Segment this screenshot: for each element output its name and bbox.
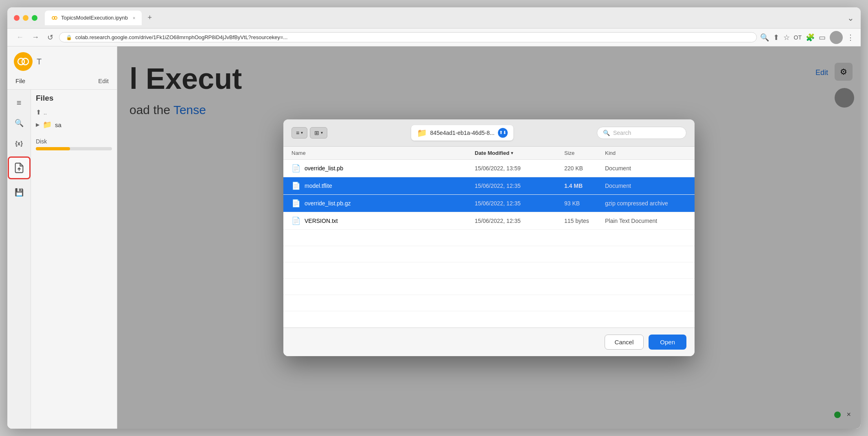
file-date-2: 15/06/2022, 12:35 xyxy=(475,200,564,207)
upload-icon xyxy=(13,162,25,174)
menu-file[interactable]: File xyxy=(12,76,28,86)
maximize-button[interactable] xyxy=(32,15,37,21)
grid-icon: ⊞ xyxy=(314,130,319,136)
disk-fill xyxy=(36,147,70,150)
user-avatar[interactable] xyxy=(830,31,843,44)
browser-nav: ← → ↺ 🔒 colab.research.google.com/drive/… xyxy=(7,29,861,46)
file-icon-2: 📄 xyxy=(292,199,300,208)
search-box[interactable]: 🔍 Search xyxy=(597,127,686,139)
file-row-2[interactable]: 📄 override_list.pb.gz 15/06/2022, 12:35 … xyxy=(283,195,695,212)
more-options-icon[interactable]: ⋮ xyxy=(847,33,854,42)
file-name-cell-1: 📄 model.tflite xyxy=(292,181,475,190)
disk-label: Disk xyxy=(36,138,112,145)
sort-arrow-icon: ▾ xyxy=(511,151,513,155)
sidebar-icon[interactable]: ▭ xyxy=(819,33,826,42)
file-kind-0: Document xyxy=(605,165,686,172)
col-size-header: Size xyxy=(564,150,605,156)
variables-icon[interactable]: {x} xyxy=(10,134,28,152)
new-tab-button[interactable]: + xyxy=(144,13,155,22)
back-button[interactable]: ← xyxy=(14,31,26,43)
file-picker-dialog: ≡ ▾ ⊞ ▾ 📁 845e4ad1- xyxy=(283,119,695,356)
folder-path-display: 📁 845e4ad1-eb1a-46d5-8... ⬆⬇ xyxy=(411,125,513,141)
profile-text: OT xyxy=(794,34,802,41)
list-icon: ≡ xyxy=(296,130,299,136)
search-icon[interactable]: 🔍 xyxy=(10,114,28,132)
traffic-lights xyxy=(14,15,37,21)
forward-button[interactable]: → xyxy=(29,31,42,43)
edit-label[interactable]: Edit xyxy=(95,76,112,86)
empty-row-3 xyxy=(283,262,695,279)
dialog-footer: Cancel Open xyxy=(283,328,695,356)
colab-tab-icon xyxy=(51,15,58,21)
file-row-3[interactable]: 📄 VERSION.txt 15/06/2022, 12:35 115 byte… xyxy=(283,212,695,230)
file-size-0: 220 KB xyxy=(564,165,605,172)
folder-path-name: 845e4ad1-eb1a-46d5-8... xyxy=(430,130,495,136)
file-row-1[interactable]: 📄 model.tflite 15/06/2022, 12:35 1.4 MB … xyxy=(283,177,695,195)
col-date-header[interactable]: Date Modified ▾ xyxy=(475,150,564,156)
file-name-cell-0: 📄 override_list.pb xyxy=(292,164,475,173)
file-row-0[interactable]: 📄 override_list.pb 15/06/2022, 13:59 220… xyxy=(283,160,695,177)
search-icon: 🔍 xyxy=(603,130,610,136)
address-text: colab.research.google.com/drive/1Fk1iZO6… xyxy=(75,34,750,40)
drive-letter: T xyxy=(37,57,42,66)
file-icon-0: 📄 xyxy=(292,164,300,173)
file-name-1: model.tflite xyxy=(305,183,332,189)
grid-view-button[interactable]: ⊞ ▾ xyxy=(310,127,327,139)
upload-dots: .. xyxy=(44,109,47,116)
file-date-1: 15/06/2022, 12:35 xyxy=(475,183,564,189)
zoom-icon[interactable]: 🔍 xyxy=(760,33,769,42)
file-list-header: Name Date Modified ▾ Size Kind xyxy=(283,147,695,160)
list-view-button[interactable]: ≡ ▾ xyxy=(292,127,307,139)
empty-row-1 xyxy=(283,230,695,246)
disk-progress-bar xyxy=(36,147,112,150)
file-date-0: 15/06/2022, 13:59 xyxy=(475,165,564,172)
folder-row[interactable]: ▶ 📁 sa xyxy=(36,118,112,132)
address-bar[interactable]: 🔒 colab.research.google.com/drive/1Fk1iZ… xyxy=(59,32,757,42)
svg-point-3 xyxy=(22,58,28,65)
open-button[interactable]: Open xyxy=(649,335,686,350)
minimize-button[interactable] xyxy=(23,15,28,21)
disk-icon[interactable]: 💾 xyxy=(10,183,28,201)
file-name-cell-3: 📄 VERSION.txt xyxy=(292,216,475,225)
empty-row-6 xyxy=(283,311,695,328)
disk-section: Disk xyxy=(36,138,112,150)
empty-row-2 xyxy=(283,246,695,262)
col-name-header: Name xyxy=(292,150,475,156)
close-button[interactable] xyxy=(14,15,20,21)
browser-minimize-icon: ⌄ xyxy=(847,13,854,23)
empty-row-5 xyxy=(283,295,695,311)
active-tab[interactable]: TopicsModelExecution.ipynb × xyxy=(45,11,142,25)
lock-icon: 🔒 xyxy=(66,35,72,40)
icon-column: ≡ 🔍 {x} 💾 xyxy=(7,90,31,429)
reload-button[interactable]: ↺ xyxy=(45,31,56,44)
sidebar-menu-icon[interactable]: ≡ xyxy=(10,94,28,112)
empty-row-4 xyxy=(283,279,695,295)
folder-nav-arrows[interactable]: ⬆⬇ xyxy=(498,128,508,138)
browser-titlebar: TopicsModelExecution.ipynb × + ⌄ xyxy=(7,7,861,29)
tab-close-button[interactable]: × xyxy=(133,15,135,20)
file-size-2: 93 KB xyxy=(564,200,605,207)
bookmark-icon[interactable]: ☆ xyxy=(783,33,790,42)
file-name-3: VERSION.txt xyxy=(305,218,338,224)
share-icon[interactable]: ⬆ xyxy=(773,33,779,42)
file-name-cell-2: 📄 override_list.pb.gz xyxy=(292,199,475,208)
grid-dropdown-arrow: ▾ xyxy=(321,130,323,135)
extensions-icon[interactable]: 🧩 xyxy=(806,33,815,42)
files-panel: Files ⬆ .. ▶ 📁 sa Disk xyxy=(31,90,117,429)
upload-row[interactable]: ⬆ .. xyxy=(36,107,112,118)
view-buttons: ≡ ▾ ⊞ ▾ xyxy=(292,127,327,139)
file-list: Name Date Modified ▾ Size Kind 📄 xyxy=(283,147,695,328)
chevron-up-down-icon: ⬆⬇ xyxy=(499,130,506,135)
file-kind-1: Document xyxy=(605,183,686,189)
file-kind-3: Plain Text Document xyxy=(605,218,686,224)
colab-sidebar: T File Edit ≡ 🔍 {x} xyxy=(7,46,117,429)
main-content: l Execut oad the Tense ⚙ Edit × xyxy=(117,46,861,429)
upload-file-button[interactable] xyxy=(8,156,31,179)
file-icon-1: 📄 xyxy=(292,181,300,190)
cancel-button[interactable]: Cancel xyxy=(605,335,644,350)
tab-title: TopicsModelExecution.ipynb xyxy=(61,15,128,21)
upload-arrow-icon: ⬆ xyxy=(36,108,41,116)
expand-arrow-icon: ▶ xyxy=(36,122,39,128)
file-kind-2: gzip compressed archive xyxy=(605,200,686,207)
colab-main-area: ≡ 🔍 {x} 💾 F xyxy=(7,90,117,429)
